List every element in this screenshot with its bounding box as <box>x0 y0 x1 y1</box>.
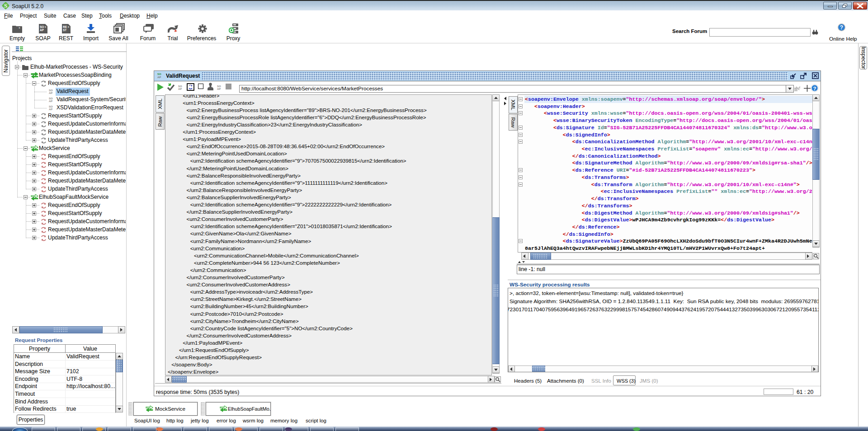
svg-text:?: ? <box>813 86 816 91</box>
svg-text:SO: SO <box>40 25 44 28</box>
svg-text:?: ? <box>840 24 843 31</box>
svg-text:*: * <box>45 25 47 30</box>
svg-text:RE: RE <box>63 25 67 28</box>
svg-text:ST: ST <box>63 28 66 32</box>
svg-text:AP: AP <box>40 28 44 32</box>
svg-text:*: * <box>68 25 70 30</box>
svg-text:S: S <box>4 2 7 9</box>
svg-text:*: * <box>19 26 20 31</box>
